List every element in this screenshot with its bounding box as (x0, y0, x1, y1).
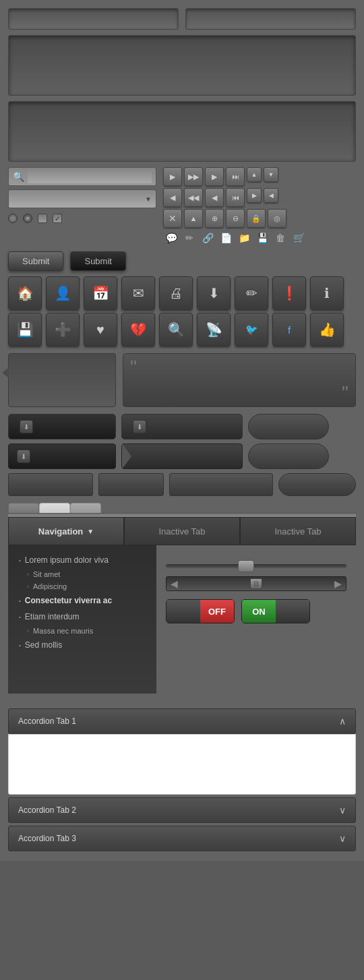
toggle-on-label: ON (242, 600, 276, 623)
icon-row-3: ✕ ▲ ⊕ ⊖ 🔒 ◎ (163, 209, 307, 228)
checkbox-2[interactable] (53, 214, 62, 223)
minus-circle-icon[interactable]: ⊖ (226, 209, 245, 228)
radio-button-2[interactable] (23, 214, 32, 223)
bullet-icon-4: • (19, 642, 21, 648)
thumbsup-icon-btn[interactable]: 👍 (310, 313, 344, 346)
text-input-2[interactable] (185, 8, 356, 30)
arrow-left2-btn[interactable]: ◀ (205, 188, 224, 207)
cart-icon[interactable]: 🛒 (291, 230, 307, 246)
nav-item-bold[interactable]: • Consectetur viverra ac (8, 592, 156, 609)
nav-item-4[interactable]: • Sed mollis (8, 637, 156, 653)
rounded-btn-2[interactable] (248, 443, 329, 469)
info-icon-btn[interactable]: ℹ (310, 276, 344, 310)
nav-item-1[interactable]: • Lorem ipsum dolor viva (8, 552, 156, 568)
broken-heart-icon-btn[interactable]: 💔 (121, 313, 155, 346)
rss-icon-btn[interactable]: 📡 (197, 313, 231, 346)
accordion-down-icon-3: ∨ (339, 833, 346, 844)
range-right-arrow[interactable]: ▶ (330, 578, 346, 589)
folder-tab-2[interactable] (39, 503, 70, 513)
trash-icon[interactable]: 🗑 (272, 230, 289, 246)
heart-icon-btn[interactable]: ♥ (84, 313, 117, 346)
facebook-icon-btn[interactable]: f (272, 313, 306, 346)
link-icon[interactable]: 🔗 (200, 230, 216, 246)
tab-inactive-1[interactable]: Inactive Tab (124, 517, 240, 545)
tab-navigation[interactable]: Navigation ▼ (8, 517, 124, 545)
file-icon[interactable]: 📄 (218, 230, 234, 246)
nav-item-3[interactable]: • Etiam interdum (8, 609, 156, 625)
circle-icon[interactable]: ◎ (268, 209, 286, 228)
chevron-btn-1[interactable]: ⬇ (8, 443, 116, 469)
chevron-btn-2[interactable] (121, 443, 243, 469)
nav-sub-1[interactable]: › Sit amet (8, 568, 156, 580)
slider-thumb[interactable] (238, 560, 254, 572)
folder-tabs (8, 503, 356, 513)
nav-content-area: • Lorem ipsum dolor viva › Sit amet › Ad… (8, 545, 356, 694)
arrow-right-sm-btn[interactable]: ▶ (247, 188, 262, 203)
range-slider[interactable]: ◀ ||| ▶ (166, 576, 346, 591)
arrow-up-sm-btn[interactable]: ▲ (247, 167, 262, 182)
folder-icon[interactable]: 📁 (236, 230, 252, 246)
up-arrow-icon[interactable]: ▲ (184, 209, 203, 228)
toggle-on-right-side (276, 600, 309, 623)
close-circle-icon[interactable]: ✕ (163, 209, 182, 228)
download-btn-2[interactable]: ⬇ (121, 414, 243, 439)
download-btn-1[interactable]: ⬇ (8, 414, 116, 439)
arrow-skip-right-btn[interactable]: ⏭ (226, 167, 245, 186)
lock-icon[interactable]: 🔒 (247, 209, 266, 228)
checkbox-1[interactable] (38, 214, 47, 223)
arrow-left-sm-btn[interactable]: ◀ (264, 188, 278, 203)
accordion-header-2[interactable]: Accordion Tab 2 ∨ (8, 797, 356, 823)
arrow-double-left-btn[interactable]: ◀◀ (184, 188, 203, 207)
medium-textarea[interactable] (8, 101, 356, 162)
home-icon-btn[interactable]: 🏠 (8, 276, 42, 310)
arrow-double-right-btn[interactable]: ▶▶ (184, 167, 203, 186)
range-left-arrow[interactable]: ◀ (166, 578, 182, 589)
folder-tab-3[interactable] (70, 503, 101, 513)
slider-track[interactable] (166, 564, 346, 568)
accordion-header-1[interactable]: Accordion Tab 1 ∧ (8, 708, 356, 734)
pencil-icon-btn[interactable]: ✏ (235, 276, 268, 310)
save-icon[interactable]: 💾 (254, 230, 270, 246)
toggle-on-switch[interactable]: ON (241, 599, 310, 623)
user-icon-btn[interactable]: 👤 (46, 276, 80, 310)
comment-icon[interactable]: 💬 (163, 230, 179, 246)
arrow-right-btn[interactable]: ▶ (163, 167, 182, 186)
select-field[interactable]: ▼ (8, 189, 156, 208)
arrow-down-sm-btn[interactable]: ▼ (264, 167, 278, 182)
radio-button-1[interactable] (8, 214, 18, 223)
calendar-icon-btn[interactable]: 📅 (84, 276, 117, 310)
add-icon-btn[interactable]: ➕ (46, 313, 80, 346)
mail-icon-btn[interactable]: ✉ (121, 276, 155, 310)
twitter-icon-btn[interactable]: 🐦 (235, 313, 268, 346)
download-icon-btn[interactable]: ⬇ (197, 276, 231, 310)
flat-btn-2[interactable] (98, 473, 164, 496)
nav-sub-3[interactable]: › Massa nec mauris (8, 625, 156, 637)
save-disk-icon-btn[interactable]: 💾 (8, 313, 42, 346)
large-textarea[interactable] (8, 35, 356, 96)
nav-sub-2[interactable]: › Adipiscing (8, 580, 156, 592)
quote-section: " " (8, 353, 356, 407)
rounded-btn-1[interactable] (248, 414, 329, 439)
print-icon-btn[interactable]: 🖨 (159, 276, 193, 310)
search-input[interactable] (28, 170, 152, 183)
toggle-off-switch[interactable]: OFF (166, 599, 235, 623)
alert-icon-btn[interactable]: ❗ (272, 276, 306, 310)
submit-button-1[interactable]: Submit (8, 251, 63, 271)
edit-icon[interactable]: ✏ (181, 230, 198, 246)
folder-tab-1[interactable] (8, 503, 39, 513)
plus-circle-icon[interactable]: ⊕ (205, 209, 224, 228)
text-input-1[interactable] (8, 8, 179, 30)
arrow-left-btn[interactable]: ◀ (163, 188, 182, 207)
accordion-header-3[interactable]: Accordion Tab 3 ∨ (8, 826, 356, 851)
toggle-off-label: OFF (200, 600, 234, 623)
flat-btn-3[interactable] (169, 473, 273, 496)
submit-button-2[interactable]: Submit (70, 251, 125, 271)
arrow-skip-left-btn[interactable]: ⏮ (226, 188, 245, 207)
arrow-right2-btn[interactable]: ▶ (205, 167, 224, 186)
oval-btn-1[interactable] (278, 473, 356, 496)
search-icon-btn[interactable]: 🔍 (159, 313, 193, 346)
search-bar[interactable]: 🔍 (8, 167, 156, 186)
tab-inactive-2[interactable]: Inactive Tab (240, 517, 356, 545)
flat-btn-1[interactable] (8, 473, 93, 496)
range-handle[interactable]: ||| (250, 578, 262, 589)
